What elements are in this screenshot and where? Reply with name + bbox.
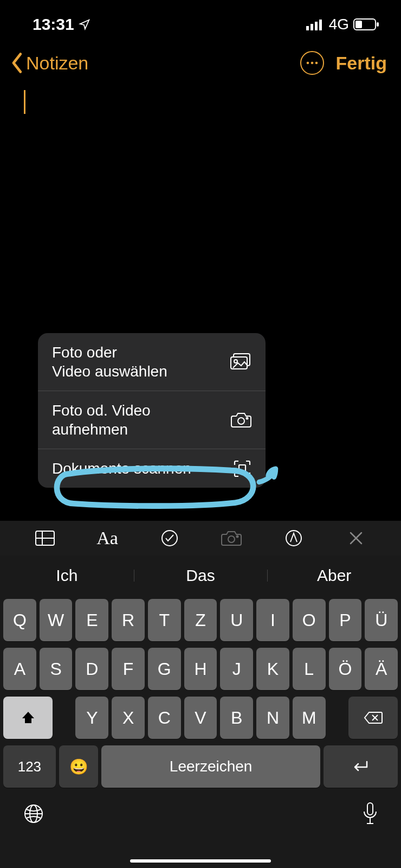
table-button[interactable] [34, 527, 56, 549]
markup-button[interactable] [283, 527, 305, 549]
suggestion-bar: Ich Das Aber [0, 556, 401, 596]
svg-point-7 [306, 62, 309, 65]
checklist-button[interactable] [159, 527, 180, 549]
camera-menu-popover: Foto oder Video auswählen Foto od. Video… [38, 333, 266, 488]
key-row-1: Q W E R T Z U I O P Ü [0, 596, 401, 644]
text-format-button[interactable]: Aa [96, 527, 118, 549]
key-p[interactable]: P [329, 599, 362, 641]
key-v[interactable]: V [184, 697, 217, 739]
dictation-key[interactable] [362, 802, 378, 826]
key-u[interactable]: U [220, 599, 253, 641]
svg-rect-0 [306, 26, 309, 30]
back-button[interactable]: Notizen [10, 52, 88, 74]
svg-rect-15 [239, 465, 245, 473]
svg-point-20 [228, 536, 235, 542]
key-d[interactable]: D [75, 648, 108, 690]
key-l[interactable]: L [293, 648, 326, 690]
scan-icon [233, 459, 251, 478]
checkmark-circle-icon [160, 529, 179, 547]
close-toolbar-button[interactable] [345, 527, 367, 549]
key-row-2: A S D F G H J K L Ö Ä [0, 644, 401, 693]
camera-icon [221, 530, 242, 546]
svg-rect-30 [367, 803, 373, 815]
svg-point-14 [247, 418, 248, 419]
status-time: 13:31 [33, 15, 74, 34]
menu-item-label: Dokumente scannen [52, 459, 233, 478]
return-key[interactable] [324, 745, 398, 788]
key-j[interactable]: J [220, 648, 253, 690]
suggestion-3[interactable]: Aber [267, 566, 401, 585]
key-o[interactable]: O [293, 599, 326, 641]
key-z[interactable]: Z [184, 599, 217, 641]
suggestion-2[interactable]: Das [134, 566, 268, 585]
key-k[interactable]: K [256, 648, 289, 690]
location-icon [79, 18, 90, 30]
svg-rect-6 [377, 22, 379, 27]
menu-item-label: Foto oder Video auswählen [52, 343, 230, 381]
menu-item-take-photo[interactable]: Foto od. Video aufnehmen [38, 391, 266, 449]
key-r[interactable]: R [112, 599, 145, 641]
status-left: 13:31 [33, 15, 90, 34]
space-key[interactable]: Leerzeichen [101, 745, 320, 788]
keyboard: Ich Das Aber Q W E R T Z U I O P Ü A S D… [0, 556, 401, 868]
close-icon [348, 531, 364, 546]
key-i[interactable]: I [256, 599, 289, 641]
svg-point-8 [311, 62, 313, 65]
svg-point-21 [237, 536, 238, 538]
svg-rect-2 [315, 22, 318, 30]
more-button[interactable] [300, 51, 324, 75]
shift-icon [21, 710, 36, 725]
back-label: Notizen [26, 53, 88, 74]
markup-icon [284, 529, 303, 547]
key-b[interactable]: B [220, 697, 253, 739]
key-n[interactable]: N [256, 697, 289, 739]
key-f[interactable]: F [112, 648, 145, 690]
note-editor[interactable] [0, 80, 401, 113]
done-button[interactable]: Fertig [336, 53, 387, 74]
suggestion-1[interactable]: Ich [0, 566, 134, 585]
text-cursor [24, 90, 25, 114]
ellipsis-icon [306, 61, 319, 65]
emoji-key[interactable]: 😀 [59, 745, 99, 788]
svg-rect-3 [319, 20, 322, 30]
key-t[interactable]: T [148, 599, 181, 641]
key-w[interactable]: W [40, 599, 73, 641]
keyboard-bottom [0, 791, 401, 826]
menu-item-choose-photo[interactable]: Foto oder Video auswählen [38, 333, 266, 391]
menu-item-scan-documents[interactable]: Dokumente scannen [38, 449, 266, 488]
key-x[interactable]: X [112, 697, 145, 739]
key-c[interactable]: C [148, 697, 181, 739]
svg-rect-5 [355, 21, 362, 28]
network-label: 4G [329, 16, 349, 33]
camera-icon [231, 412, 251, 428]
return-icon [351, 760, 370, 774]
key-a[interactable]: A [3, 648, 36, 690]
status-right: 4G [306, 16, 379, 33]
battery-icon [353, 18, 379, 30]
backspace-key[interactable] [348, 697, 398, 739]
home-indicator[interactable] [130, 859, 271, 863]
globe-key[interactable] [23, 803, 44, 825]
key-e[interactable]: E [75, 599, 108, 641]
svg-point-9 [315, 62, 318, 65]
key-ae[interactable]: Ä [365, 648, 398, 690]
key-g[interactable]: G [148, 648, 181, 690]
key-ue[interactable]: Ü [365, 599, 398, 641]
key-s[interactable]: S [40, 648, 73, 690]
key-y[interactable]: Y [75, 697, 108, 739]
camera-button[interactable] [221, 527, 242, 549]
key-oe[interactable]: Ö [329, 648, 362, 690]
text-format-icon: Aa [96, 528, 118, 548]
svg-point-13 [238, 418, 244, 424]
svg-point-19 [162, 531, 177, 546]
key-m[interactable]: M [293, 697, 326, 739]
key-row-3: Y X C V B N M [0, 693, 401, 742]
nav-bar: Notizen Fertig [0, 39, 401, 80]
status-bar: 13:31 4G [0, 0, 401, 39]
emoji-icon: 😀 [69, 758, 88, 776]
signal-icon [306, 18, 325, 30]
numeric-key[interactable]: 123 [3, 745, 56, 788]
key-q[interactable]: Q [3, 599, 36, 641]
shift-key[interactable] [3, 697, 53, 739]
key-h[interactable]: H [184, 648, 217, 690]
